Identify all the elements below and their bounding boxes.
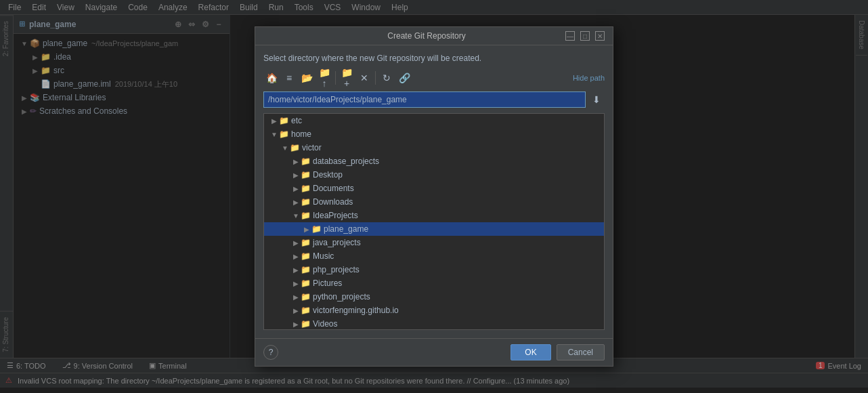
dtree-arrow-documents: ▶ [291, 185, 301, 192]
toolbar-new-folder-button[interactable]: 📁+ [339, 70, 355, 86]
toolbar-sep-1 [335, 71, 336, 85]
dtree-label-ideaprojects: IdeaProjects [313, 211, 358, 220]
dtree-label-victor: victor [302, 143, 322, 152]
dtree-item-videos[interactable]: ▶ 📁 Videos [264, 317, 604, 330]
dialog-minimize-button[interactable]: — [565, 31, 575, 41]
dtree-folder-dbprojects-icon: 📁 [301, 157, 311, 166]
dtree-label-desktop: Desktop [313, 170, 343, 180]
dtree-folder-etc-icon: 📁 [279, 116, 289, 125]
dialog-description: Select directory where the new Git repos… [263, 54, 605, 63]
toolbar-home-button[interactable]: 🏠 [263, 70, 280, 86]
dtree-item-music[interactable]: ▶ 📁 Music [264, 249, 604, 263]
dtree-item-python-projects[interactable]: ▶ 📁 python_projects [264, 290, 604, 304]
dtree-item-downloads[interactable]: ▶ 📁 Downloads [264, 195, 604, 209]
dtree-item-home[interactable]: ▼ 📁 home [264, 127, 604, 141]
dialog-title: Create Git Repository [290, 31, 563, 41]
cancel-button[interactable]: Cancel [557, 344, 605, 360]
dtree-folder-home-icon: 📁 [279, 129, 289, 139]
dtree-arrow-desktop: ▶ [291, 171, 301, 179]
dtree-arrow-home: ▼ [269, 131, 279, 138]
path-row: ⬇ [263, 91, 605, 108]
toolbar-refresh-button[interactable]: ↻ [378, 70, 395, 86]
toolbar-folder-up-button[interactable]: 📁↑ [316, 70, 332, 86]
dialog-restore-button[interactable]: □ [580, 31, 590, 41]
dtree-item-plane-game[interactable]: ▶ 📁 plane_game [264, 222, 604, 236]
dialog-toolbar: 🏠 ≡ 📂 📁↑ 📁+ ✕ ↻ 🔗 Hide path [263, 70, 605, 86]
dtree-label-plane-game: plane_game [324, 224, 368, 234]
dtree-folder-plane-game-icon: 📁 [311, 224, 322, 234]
dtree-item-java-projects[interactable]: ▶ 📁 java_projects [264, 236, 604, 249]
dtree-item-pictures[interactable]: ▶ 📁 Pictures [264, 276, 604, 290]
dtree-folder-pictures-icon: 📁 [301, 278, 311, 288]
dtree-label-music: Music [313, 251, 334, 261]
dtree-arrow-music: ▶ [291, 253, 301, 260]
path-action-button[interactable]: ⬇ [588, 91, 605, 108]
toolbar-folder-open-button[interactable]: 📂 [299, 70, 315, 86]
dtree-arrow-pictures: ▶ [291, 280, 301, 287]
dtree-item-documents[interactable]: ▶ 📁 Documents [264, 182, 604, 195]
dialog-close-button[interactable]: ✕ [595, 31, 605, 41]
dtree-arrow-php: ▶ [291, 266, 301, 274]
dtree-folder-php-icon: 📁 [301, 265, 311, 274]
dtree-item-victor[interactable]: ▼ 📁 victor [264, 141, 604, 154]
dtree-folder-videos-icon: 📁 [301, 319, 311, 329]
dtree-item-php-projects[interactable]: ▶ 📁 php_projects [264, 263, 604, 276]
dtree-label-videos: Videos [313, 319, 337, 329]
dtree-arrow-python: ▶ [291, 293, 301, 301]
dtree-label-etc: etc [291, 116, 302, 125]
dtree-label-php: php_projects [313, 265, 360, 274]
path-input[interactable] [263, 91, 586, 108]
toolbar-sep-2 [375, 71, 376, 85]
dtree-item-victor-github[interactable]: ▶ 📁 victorfengming.github.io [264, 304, 604, 317]
dialog-body: Select directory where the new Git repos… [255, 45, 613, 338]
dtree-arrow-ideaprojects: ▼ [291, 212, 301, 220]
dtree-arrow-dbprojects: ▶ [291, 158, 301, 165]
dtree-folder-desktop-icon: 📁 [301, 170, 311, 180]
dtree-label-dbprojects: database_projects [313, 157, 379, 166]
dialog-titlebar: Create Git Repository — □ ✕ [255, 27, 613, 45]
hide-path-link[interactable]: Hide path [573, 74, 605, 82]
dtree-label-github: victorfengming.github.io [313, 306, 399, 315]
dtree-arrow-github: ▶ [291, 307, 301, 314]
dtree-label-python: python_projects [313, 292, 370, 302]
ok-button[interactable]: OK [511, 344, 550, 360]
dtree-arrow-plane-game: ▶ [302, 226, 311, 233]
toolbar-delete-button[interactable]: ✕ [356, 70, 372, 86]
create-git-repository-dialog: Create Git Repository — □ ✕ Select direc… [255, 26, 613, 367]
dtree-folder-music-icon: 📁 [301, 251, 311, 261]
dtree-folder-victor-icon: 📁 [290, 143, 300, 152]
dtree-arrow-etc: ▶ [269, 117, 279, 125]
dtree-item-etc[interactable]: ▶ 📁 etc [264, 114, 604, 127]
dtree-label-java: java_projects [313, 238, 361, 247]
dtree-folder-documents-icon: 📁 [301, 184, 311, 193]
toolbar-link-button[interactable]: 🔗 [396, 70, 412, 86]
dialog-file-tree[interactable]: ▶ 📁 etc ▼ 📁 home ▼ 📁 victor [263, 113, 605, 330]
dtree-label-documents: Documents [313, 184, 354, 193]
dtree-label-home: home [291, 129, 311, 139]
dtree-folder-downloads-icon: 📁 [301, 197, 311, 207]
dtree-item-desktop[interactable]: ▶ 📁 Desktop [264, 168, 604, 182]
dtree-item-ideaprojects[interactable]: ▼ 📁 IdeaProjects [264, 209, 604, 222]
dtree-label-pictures: Pictures [313, 278, 342, 288]
dtree-folder-github-icon: 📁 [301, 306, 311, 315]
dtree-item-database-projects[interactable]: ▶ 📁 database_projects [264, 154, 604, 168]
dtree-arrow-java: ▶ [291, 239, 301, 247]
dialog-overlay: Create Git Repository — □ ✕ Select direc… [0, 0, 868, 393]
dialog-action-buttons: OK Cancel [511, 344, 605, 360]
help-button[interactable]: ? [263, 345, 278, 360]
dtree-arrow-victor: ▼ [280, 144, 290, 152]
dtree-folder-java-icon: 📁 [301, 238, 311, 247]
dtree-label-downloads: Downloads [313, 197, 353, 207]
dtree-arrow-downloads: ▶ [291, 199, 301, 206]
dialog-footer: ? OK Cancel [255, 338, 613, 366]
toolbar-list-button[interactable]: ≡ [281, 70, 297, 86]
dtree-folder-python-icon: 📁 [301, 292, 311, 302]
dtree-arrow-videos: ▶ [291, 320, 301, 328]
dtree-folder-ideaprojects-icon: 📁 [301, 211, 311, 220]
